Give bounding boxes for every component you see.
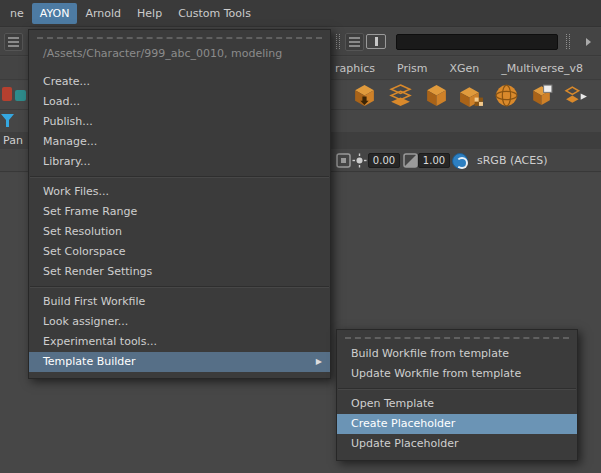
grid-icon — [8, 37, 19, 47]
multiverse-sphere-icon[interactable] — [494, 83, 519, 108]
menu-item-look-assigner[interactable]: Look assigner... — [29, 312, 330, 332]
toolbar-small-button[interactable] — [345, 33, 364, 51]
submenu-arrow-icon: ▶ — [316, 352, 322, 372]
menu-separator — [30, 176, 329, 178]
menu-grid-button[interactable] — [4, 33, 23, 51]
partial-shelf-icon-teal[interactable] — [15, 90, 26, 101]
menu-item-work-files[interactable]: Work Files... — [29, 182, 330, 202]
menu-item-load[interactable]: Load... — [29, 92, 330, 112]
multiverse-cube-panel-icon[interactable] — [529, 83, 554, 108]
menubar-item-arnold[interactable]: Arnold — [77, 3, 129, 24]
toolbar-right-grip-handle[interactable] — [566, 34, 570, 49]
multiverse-layers-icon[interactable] — [388, 83, 413, 108]
menu-item-set-render-settings[interactable]: Set Render Settings — [29, 262, 330, 282]
menu-item-experimental-tools[interactable]: Experimental tools... — [29, 332, 330, 352]
menu-item-manage[interactable]: Manage... — [29, 132, 330, 152]
menu-item-set-resolution[interactable]: Set Resolution — [29, 222, 330, 242]
multiverse-write-icon[interactable] — [352, 83, 377, 108]
colorspace-label[interactable]: sRGB (ACES) — [477, 154, 547, 167]
panel-menu-label[interactable]: Pan — [3, 134, 23, 147]
shelf-tab-multiverse[interactable]: _Multiverse_v8 — [501, 62, 583, 75]
isolate-select-icon[interactable] — [366, 34, 386, 49]
submenu-item-open-template[interactable]: Open Template — [337, 394, 577, 414]
frame-icon[interactable] — [336, 153, 351, 168]
tearoff-handle[interactable] — [37, 37, 322, 39]
slider-arrow-icon[interactable] — [586, 38, 591, 46]
toolbar-grip-handle[interactable] — [336, 34, 340, 49]
menubar-item-custom-tools[interactable]: Custom Tools — [170, 3, 259, 24]
lines-icon — [349, 37, 360, 47]
color-management-icon[interactable] — [452, 153, 468, 169]
multiverse-cube-icon[interactable] — [424, 83, 449, 108]
shelf-tab-graphics[interactable]: raphics — [335, 62, 375, 75]
gamma-icon[interactable] — [403, 153, 418, 168]
template-builder-submenu: Build Workfile from template Update Work… — [336, 329, 578, 461]
shelf-tab-xgen[interactable]: XGen — [450, 62, 480, 75]
menubar-item-ayon[interactable]: AYON — [32, 3, 78, 24]
tearoff-handle[interactable] — [345, 337, 569, 339]
submenu-item-update-workfile[interactable]: Update Workfile from template — [337, 364, 577, 384]
menu-item-create[interactable]: Create... — [29, 72, 330, 92]
menu-item-label: Template Builder — [43, 355, 136, 368]
menubar-item-truncated[interactable]: ne — [2, 3, 32, 24]
multiverse-cube-grid-icon[interactable] — [459, 83, 484, 108]
menubar: ne AYON Arnold Help Custom Tools — [0, 0, 601, 27]
submenu-item-update-placeholder[interactable]: Update Placeholder — [337, 434, 577, 454]
submenu-item-create-placeholder[interactable]: Create Placeholder — [337, 414, 577, 434]
menu-item-publish[interactable]: Publish... — [29, 112, 330, 132]
exposure-value[interactable]: 0.00 — [368, 153, 400, 168]
submenu-item-build-workfile[interactable]: Build Workfile from template — [337, 344, 577, 364]
menu-separator — [338, 388, 576, 390]
menu-item-set-colorspace[interactable]: Set Colorspace — [29, 242, 330, 262]
filter-funnel-icon[interactable] — [1, 114, 14, 128]
menu-separator — [30, 286, 329, 288]
menu-item-library[interactable]: Library... — [29, 152, 330, 172]
shelf-tab-prism[interactable]: Prism — [397, 62, 427, 75]
exposure-icon[interactable] — [352, 153, 367, 168]
ayon-menu: /Assets/Character/999_abc_0010, modeling… — [28, 29, 331, 379]
menu-context-label: /Assets/Character/999_abc_0010, modeling — [29, 44, 330, 64]
partial-shelf-icon-red[interactable] — [2, 87, 12, 101]
menu-item-set-frame-range[interactable]: Set Frame Range — [29, 202, 330, 222]
multiverse-diamond-arrow-icon[interactable] — [564, 83, 589, 108]
isolate-bar — [375, 37, 378, 46]
quick-search-input[interactable] — [396, 34, 558, 50]
menu-item-build-first-workfile[interactable]: Build First Workfile — [29, 292, 330, 312]
menu-item-template-builder[interactable]: Template Builder ▶ — [29, 352, 330, 372]
menubar-item-help[interactable]: Help — [129, 3, 170, 24]
gamma-value[interactable]: 1.00 — [418, 153, 450, 168]
